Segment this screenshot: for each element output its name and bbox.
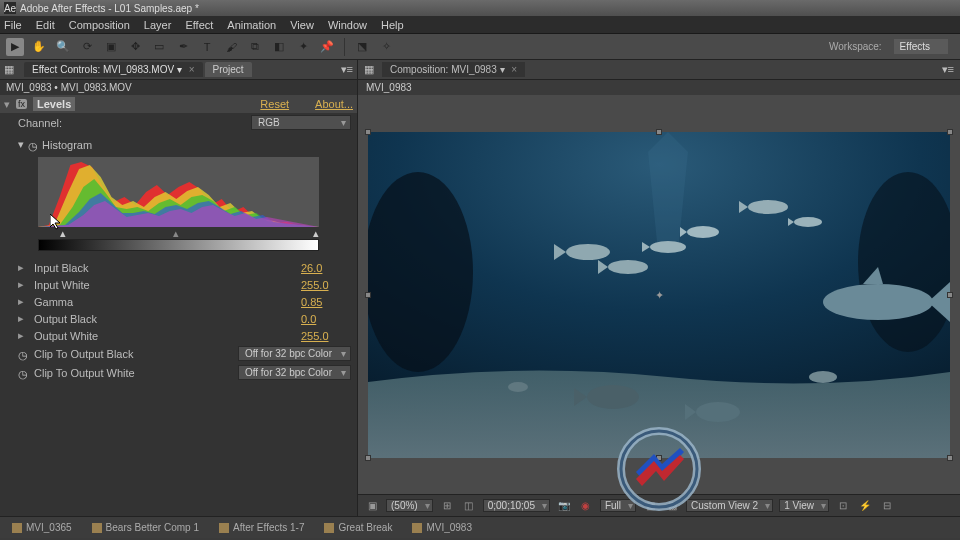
panel-menu-icon[interactable]: ▦ [4,63,18,77]
brush-tool-icon[interactable]: 🖌 [222,38,240,56]
anchor-point-icon[interactable]: ✦ [655,288,664,301]
prop-value[interactable]: 255.0 [301,279,351,291]
menu-composition[interactable]: Composition [69,19,130,31]
close-icon[interactable]: × [189,64,195,75]
clip-black-dropdown[interactable]: Off for 32 bpc Color [238,346,351,361]
timeline-tab[interactable]: Bears Better Comp 1 [86,520,205,535]
channel-row: Channel: RGB [0,113,357,132]
comp-icon [219,523,229,533]
menu-file[interactable]: File [4,19,22,31]
menu-layer[interactable]: Layer [144,19,172,31]
about-button[interactable]: About... [315,98,353,110]
menu-help[interactable]: Help [381,19,404,31]
twirl-icon[interactable]: ▸ [18,278,28,291]
close-icon[interactable]: × [511,64,517,75]
roto-tool-icon[interactable]: ✦ [294,38,312,56]
view-dropdown[interactable]: Custom View 2 [686,499,773,512]
tab-project[interactable]: Project [205,62,252,77]
zoom-dropdown[interactable]: (50%) [386,499,433,512]
timeline-tab[interactable]: After Effects 1-7 [213,520,311,535]
twirl-down-icon[interactable]: ▾ [18,138,24,151]
composition-viewer[interactable]: ✦ [358,95,960,494]
timeline-icon[interactable]: ⊟ [879,498,895,514]
channel-label: Channel: [18,117,245,129]
fx-badge[interactable]: fx [16,99,27,109]
twirl-icon[interactable]: ▸ [18,295,28,308]
menu-effect[interactable]: Effect [185,19,213,31]
selection-tool-icon[interactable]: ▶ [6,38,24,56]
selection-handle[interactable] [365,292,371,298]
histogram-display: ● ○ [38,157,319,227]
anchor-safe-icon[interactable]: ⊞ [439,498,455,514]
region-icon[interactable]: ▣ [364,498,380,514]
chevron-down-icon: ▾ [177,64,182,75]
stopwatch-icon[interactable]: ◷ [18,368,28,378]
selection-handle[interactable] [365,455,371,461]
prop-value[interactable]: 26.0 [301,262,351,274]
extra-tool2-icon[interactable]: ✧ [377,38,395,56]
roi-icon[interactable]: ▦ [642,498,658,514]
selection-handle[interactable] [947,455,953,461]
pen-tool-icon[interactable]: ✒ [174,38,192,56]
fast-preview-icon[interactable]: ⚡ [857,498,873,514]
clip-white-dropdown[interactable]: Off for 32 bpc Color [238,365,351,380]
histogram-label: Histogram [42,139,92,151]
eraser-tool-icon[interactable]: ◧ [270,38,288,56]
prop-value[interactable]: 0.0 [301,313,351,325]
stopwatch-icon[interactable]: ◷ [28,140,38,150]
panel-menu-icon[interactable]: ▦ [364,63,378,77]
twirl-icon[interactable]: ▸ [18,329,28,342]
hand-tool-icon[interactable]: ✋ [30,38,48,56]
twirl-icon[interactable]: ▸ [18,312,28,325]
svg-point-4 [608,260,648,274]
effect-header: ▾ fx Levels Reset About... [0,95,357,113]
stamp-tool-icon[interactable]: ⧉ [246,38,264,56]
extra-tool-icon[interactable]: ⬔ [353,38,371,56]
menu-view[interactable]: View [290,19,314,31]
selection-handle[interactable] [365,129,371,135]
comp-icon [12,523,22,533]
camera-tool-icon[interactable]: ▣ [102,38,120,56]
timeline-tab[interactable]: MVI_0365 [6,520,78,535]
prop-value[interactable]: 0.85 [301,296,351,308]
pixel-aspect-icon[interactable]: ⊡ [835,498,851,514]
channel-dropdown[interactable]: RGB [251,115,351,130]
menu-window[interactable]: Window [328,19,367,31]
zoom-tool-icon[interactable]: 🔍 [54,38,72,56]
mask-tool-icon[interactable]: ▭ [150,38,168,56]
panel-options-icon[interactable]: ▾≡ [341,63,353,76]
anchor-tool-icon[interactable]: ✥ [126,38,144,56]
twirl-icon[interactable]: ▸ [18,261,28,274]
selection-handle[interactable] [656,129,662,135]
workspace-dropdown[interactable]: Effects [894,39,948,54]
prop-value[interactable]: 255.0 [301,330,351,342]
menu-animation[interactable]: Animation [227,19,276,31]
selection-handle[interactable] [947,292,953,298]
puppet-tool-icon[interactable]: 📌 [318,38,336,56]
menu-edit[interactable]: Edit [36,19,55,31]
svg-point-7 [748,200,788,214]
selection-handle[interactable] [656,455,662,461]
mask-toggle-icon[interactable]: ◫ [461,498,477,514]
text-tool-icon[interactable]: T [198,38,216,56]
tab-composition[interactable]: Composition: MVI_0983 ▾ × [382,62,525,77]
panel-options-icon[interactable]: ▾≡ [942,63,954,76]
stopwatch-icon[interactable]: ◷ [18,349,28,359]
show-channel-icon[interactable]: ◉ [578,498,594,514]
resolution-dropdown[interactable]: Full [600,499,636,512]
view-count-dropdown[interactable]: 1 View [779,499,829,512]
timecode-display[interactable]: 0;00;10;05 [483,499,550,512]
timeline-tab[interactable]: MVI_0983 [406,520,478,535]
output-gradient-slider[interactable] [38,239,319,251]
twirl-icon[interactable]: ▾ [4,98,10,111]
transparency-grid-icon[interactable]: ▩ [664,498,680,514]
reset-button[interactable]: Reset [260,98,289,110]
selection-handle[interactable] [947,129,953,135]
rotate-tool-icon[interactable]: ⟳ [78,38,96,56]
prop-label: Output White [34,330,295,342]
chevron-down-icon: ▾ [500,64,505,75]
snapshot-icon[interactable]: 📷 [556,498,572,514]
timeline-tab[interactable]: Great Break [318,520,398,535]
tab-effect-controls[interactable]: Effect Controls: MVI_0983.MOV ▾ × [24,62,203,77]
prop-output-white: ▸ Output White 255.0 [0,327,357,344]
